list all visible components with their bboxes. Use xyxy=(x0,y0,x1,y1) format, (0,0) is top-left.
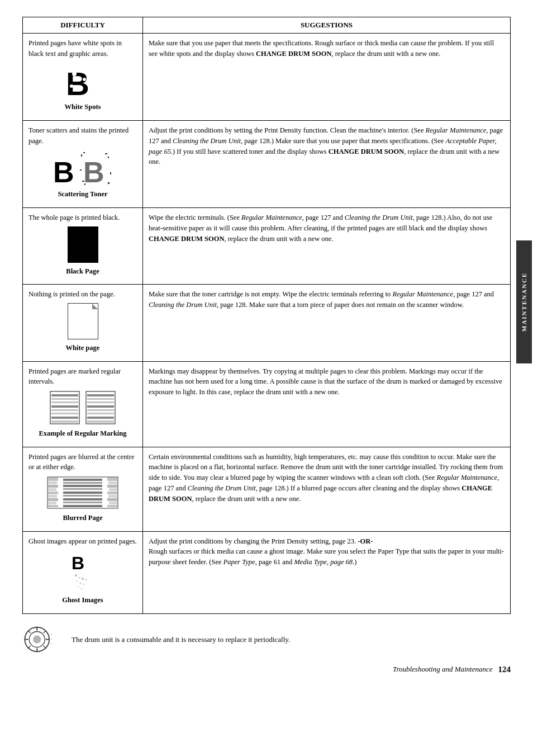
blurred-page-icon-label: Blurred Page xyxy=(28,513,137,523)
svg-rect-23 xyxy=(51,413,78,414)
svg-rect-62 xyxy=(107,505,117,507)
svg-text:B: B xyxy=(66,65,89,99)
page-number: 124 xyxy=(498,665,511,674)
svg-text:-: - xyxy=(51,636,53,641)
svg-point-69 xyxy=(80,583,82,584)
svg-rect-41 xyxy=(48,495,57,498)
difficulty-cell-blurred: Printed pages are blurred at the centre … xyxy=(23,447,143,531)
col-difficulty-header: DIFFICULTY xyxy=(23,17,143,34)
svg-point-1 xyxy=(72,72,77,76)
svg-line-83 xyxy=(28,646,31,648)
svg-rect-24 xyxy=(51,417,78,419)
svg-rect-42 xyxy=(48,498,58,501)
suggestions-text-white-page: Make sure that the toner cartridge is no… xyxy=(149,290,494,309)
svg-rect-61 xyxy=(109,502,117,504)
white-page-icon-container: White page xyxy=(28,303,137,353)
svg-rect-21 xyxy=(51,405,78,408)
white-spots-icon: B xyxy=(63,63,102,99)
svg-rect-51 xyxy=(63,498,102,500)
suggestions-text-blurred: Certain environmental conditions such as… xyxy=(149,453,503,503)
footer-note-text: The drum unit is a consumable and it is … xyxy=(72,634,290,645)
regular-marking-icon-container: Example of Regular Marking xyxy=(28,390,137,439)
black-page-icon-label: Black Page xyxy=(28,266,137,277)
difficulty-text-regular-marking: Printed pages are marked regular interva… xyxy=(28,367,121,386)
suggestions-cell-blurred: Certain environmental conditions such as… xyxy=(143,447,511,531)
svg-rect-8 xyxy=(81,154,82,157)
svg-point-65 xyxy=(79,577,80,579)
svg-text:-: - xyxy=(51,641,53,646)
white-page-icon-label: White page xyxy=(28,343,137,353)
svg-point-4 xyxy=(70,84,73,88)
table-row: Printed pages have white spots in black … xyxy=(23,34,511,121)
svg-rect-18 xyxy=(51,394,78,396)
table-row: Printed pages are blurred at the centre … xyxy=(23,447,511,531)
svg-rect-39 xyxy=(48,488,56,491)
suggestions-cell-ghost: Adjust the print conditions by changing … xyxy=(143,531,511,613)
svg-rect-9 xyxy=(83,152,85,153)
svg-rect-49 xyxy=(63,492,102,494)
svg-rect-48 xyxy=(63,488,102,490)
svg-text:B: B xyxy=(53,156,74,186)
svg-point-71 xyxy=(78,586,79,588)
suggestions-text-ghost: Adjust the print conditions by changing … xyxy=(149,537,504,566)
difficulty-cell-white-spots: Printed pages have white spots in black … xyxy=(23,34,143,121)
difficulty-cell-white-page: Nothing is printed on the page. White pa… xyxy=(23,285,143,361)
svg-rect-44 xyxy=(48,505,58,507)
suggestions-cell-white-spots: Make sure that you use paper that meets … xyxy=(143,34,511,121)
suggestions-text-regular-marking: Markings may disappear by themselves. Tr… xyxy=(149,367,502,396)
suggestions-cell-regular-marking: Markings may disappear by themselves. Tr… xyxy=(143,361,511,447)
svg-point-66 xyxy=(82,578,84,580)
drum-unit-icon: - - - xyxy=(22,624,61,655)
svg-rect-12 xyxy=(80,169,82,171)
regular-marking-icon xyxy=(49,390,116,425)
difficulty-text-scattering: Toner scatters and stains the printed pa… xyxy=(28,126,129,145)
footer-area: - - - The drum unit is a consumable and … xyxy=(22,624,511,655)
difficulty-text-ghost: Ghost images appear on printed pages. xyxy=(28,537,137,545)
svg-point-2 xyxy=(83,78,86,81)
svg-rect-54 xyxy=(107,478,117,481)
svg-rect-28 xyxy=(87,398,114,400)
difficulty-text-blurred: Printed pages are blurred at the centre … xyxy=(28,453,135,471)
ghost-images-icon-label: Ghost Images xyxy=(28,595,137,606)
svg-line-80 xyxy=(28,631,31,633)
difficulty-cell-ghost: Ghost images appear on printed pages. B xyxy=(23,531,143,613)
svg-rect-60 xyxy=(107,498,117,501)
svg-rect-38 xyxy=(48,485,58,488)
table-row: The whole page is printed black. Black P… xyxy=(23,208,511,285)
regular-marking-icon-label: Example of Regular Marking xyxy=(28,428,137,439)
svg-rect-16 xyxy=(84,183,85,185)
svg-rect-52 xyxy=(63,502,102,503)
svg-rect-27 xyxy=(87,394,114,396)
difficulty-cell-scattering: Toner scatters and stains the printed pa… xyxy=(23,121,143,208)
svg-text:B: B xyxy=(72,553,84,573)
svg-rect-59 xyxy=(108,495,117,498)
difficulty-cell-regular-marking: Printed pages are marked regular interva… xyxy=(23,361,143,447)
page-footer: Troubleshooting and Maintenance 124 xyxy=(22,665,511,674)
svg-rect-15 xyxy=(108,182,110,184)
col-suggestions-header: SUGGESTIONS xyxy=(143,17,511,34)
svg-rect-25 xyxy=(51,420,78,423)
svg-rect-22 xyxy=(51,409,78,411)
svg-rect-31 xyxy=(87,409,114,411)
svg-rect-53 xyxy=(63,505,102,507)
svg-rect-20 xyxy=(51,401,78,403)
svg-rect-30 xyxy=(87,405,114,408)
svg-point-68 xyxy=(77,580,78,582)
svg-rect-34 xyxy=(87,420,114,423)
white-spots-icon-label: White Spots xyxy=(28,102,137,112)
difficulty-text-white-spots: Printed pages have white spots in black … xyxy=(28,39,122,58)
svg-rect-47 xyxy=(63,485,102,487)
ghost-icon-container: B Ghost Images xyxy=(28,550,137,606)
table-row: Printed pages are marked regular interva… xyxy=(23,361,511,447)
svg-rect-58 xyxy=(107,492,117,494)
difficulty-text-white-page: Nothing is printed on the page. xyxy=(28,290,115,298)
svg-rect-19 xyxy=(51,398,78,400)
scattering-toner-icon: B B xyxy=(52,150,113,186)
svg-rect-36 xyxy=(48,478,58,481)
svg-point-70 xyxy=(83,584,85,585)
svg-rect-43 xyxy=(48,502,56,504)
svg-text:-: - xyxy=(51,631,53,636)
ghost-images-icon: B xyxy=(66,550,99,592)
svg-rect-37 xyxy=(48,481,57,484)
svg-rect-55 xyxy=(108,481,117,484)
